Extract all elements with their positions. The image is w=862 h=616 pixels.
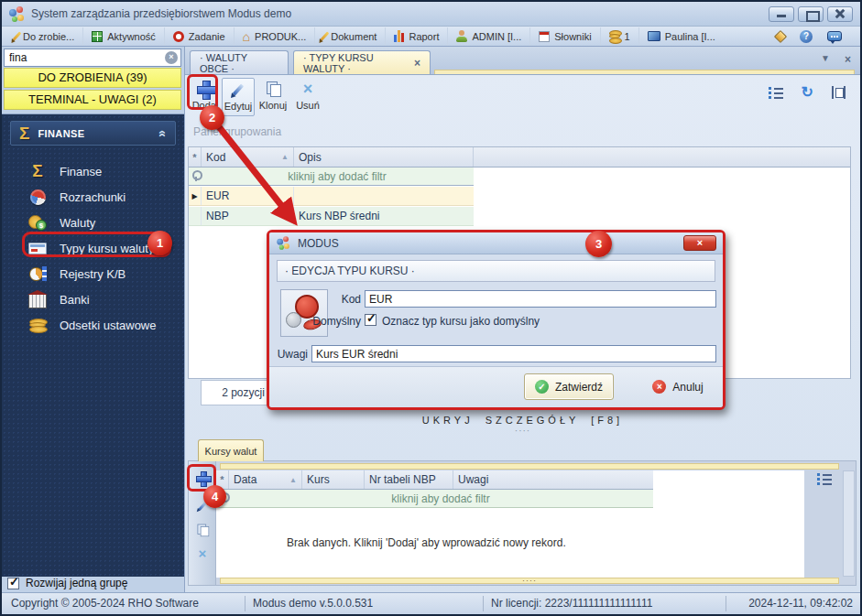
- close-button[interactable]: [827, 6, 853, 22]
- dialog-close-button[interactable]: ×: [683, 235, 716, 251]
- expand-one-group-checkbox[interactable]: ✓ Rozwijaj jedną grupę: [7, 577, 127, 589]
- detail-clone-button[interactable]: [191, 519, 213, 541]
- sidebar-item-odsetki[interactable]: Odsetki ustawowe: [2, 312, 184, 338]
- column-chooser-icon[interactable]: [769, 86, 783, 99]
- hide-details-splitter[interactable]: UKRYJ SZCZEGÓŁY [F8]: [185, 415, 860, 426]
- todo-button[interactable]: DO ZROBIENIA (39): [4, 68, 181, 88]
- cell-opis[interactable]: Kurs NBP średni: [294, 207, 474, 225]
- activity-icon: [92, 31, 103, 42]
- splitter-grip-dots[interactable]: ····: [185, 427, 860, 435]
- dialog-title: MODUS: [298, 237, 339, 250]
- column-header-opis[interactable]: Opis: [294, 147, 474, 167]
- filter-hint[interactable]: kliknij aby dodać filtr: [228, 492, 653, 505]
- sidebar: × DO ZROBIENIA (39) TERMINAL - UWAGI (2)…: [2, 47, 185, 592]
- tab-list-chevron-icon[interactable]: ▼: [821, 53, 830, 66]
- menu-item-aktywnosc[interactable]: Aktywność: [83, 27, 165, 46]
- menu-item-database[interactable]: 1: [601, 27, 639, 46]
- menu-item-produkcja[interactable]: ⌂PRODUK...: [235, 27, 316, 46]
- nav-group-finanse[interactable]: Σ FINANSE «: [10, 121, 176, 146]
- clone-pages-icon: [267, 81, 280, 96]
- tabstrip-close-icon[interactable]: ×: [845, 53, 851, 66]
- cancel-x-icon: ×: [652, 380, 666, 394]
- sidebar-item-rozrachunki[interactable]: Rozrachunki: [2, 184, 184, 210]
- terminal-button[interactable]: TERMINAL - UWAGI (2): [4, 90, 181, 110]
- detail-top-scroll-strip[interactable]: [220, 463, 839, 470]
- tab-kursy-walut[interactable]: Kursy walut: [198, 439, 264, 461]
- dialog-header-caption: · EDYCJA TYPU KURSU ·: [277, 260, 715, 282]
- column-chooser-icon[interactable]: [817, 472, 832, 485]
- edit-button[interactable]: Edytuj: [222, 78, 255, 116]
- delete-button[interactable]: ×Usuń: [291, 78, 324, 116]
- menu-item-do-zrobienia[interactable]: Do zrobie...: [7, 27, 83, 46]
- detail-panel: × * Data▲ Kurs Nr tabeli NBP Uwagi klikn…: [188, 460, 857, 586]
- help-icon[interactable]: ?: [800, 30, 813, 43]
- menu-item-paulina[interactable]: Paulina [I...: [639, 27, 724, 46]
- column-header-uwagi[interactable]: Uwagi: [453, 470, 653, 489]
- dialog-footer: ✓Zatwierdź ×Anuluj: [269, 366, 723, 407]
- minimize-button[interactable]: [769, 6, 794, 22]
- indicator-column-header[interactable]: *: [189, 147, 202, 167]
- column-header-kod[interactable]: Kod▲: [202, 147, 294, 167]
- maximize-button[interactable]: [798, 6, 824, 22]
- menu-item-slowniki[interactable]: Słowniki: [530, 27, 600, 46]
- cancel-button[interactable]: ×Anuluj: [638, 373, 718, 400]
- modus-logo-icon: [277, 236, 289, 249]
- pie-icon: [30, 189, 46, 205]
- sidebar-item-finanse[interactable]: ΣFinanse: [2, 158, 184, 184]
- cell-opis[interactable]: [294, 187, 474, 205]
- chat-icon[interactable]: [827, 31, 842, 41]
- menu-label: Zadanie: [189, 31, 225, 42]
- menu-item-zadanie[interactable]: Zadanie: [165, 27, 235, 46]
- currency-coins-icon: [280, 289, 328, 337]
- sidebar-item-rejestry-kb[interactable]: Rejestry K/B: [2, 261, 184, 286]
- sidebar-item-banki[interactable]: Banki: [2, 286, 184, 312]
- menu-item-dokument[interactable]: Dokument: [315, 27, 386, 46]
- tab-close-icon[interactable]: ×: [414, 59, 420, 68]
- search-clear-icon[interactable]: ×: [165, 51, 178, 64]
- cell-kod[interactable]: EUR: [202, 187, 294, 205]
- sidebar-item-label: Rejestry K/B: [60, 267, 125, 281]
- theme-bucket-icon[interactable]: [774, 29, 787, 42]
- title-bar: System zarządzania przedsiębiorstwem Mod…: [2, 2, 860, 27]
- kod-input[interactable]: [365, 290, 716, 308]
- menu-label: Raport: [409, 31, 439, 42]
- grid-header-row: * Data▲ Kurs Nr tabeli NBP Uwagi: [216, 470, 653, 490]
- detail-bottom-scroll-strip[interactable]: ····: [220, 578, 839, 584]
- confirm-button[interactable]: ✓Zatwierdź: [524, 373, 614, 400]
- top-toolbar: Do zrobie... Aktywność Zadanie ⌂PRODUK..…: [2, 27, 860, 47]
- best-fit-columns-icon[interactable]: [832, 86, 846, 99]
- sigma-icon: Σ: [32, 161, 42, 181]
- collapse-chevrons-icon[interactable]: «: [156, 130, 170, 137]
- search-input[interactable]: [4, 49, 181, 67]
- cell-kod[interactable]: NBP: [202, 207, 294, 225]
- task-icon: [173, 31, 184, 42]
- annotation-step-2: 2: [200, 105, 224, 130]
- default-checkbox-checked[interactable]: ✓: [365, 314, 376, 326]
- uwagi-input[interactable]: [311, 345, 716, 362]
- vertical-scrollbar[interactable]: [843, 470, 855, 577]
- table-row[interactable]: NBP Kurs NBP średni: [189, 207, 474, 226]
- auto-filter-row[interactable]: kliknij aby dodać filtr: [189, 168, 474, 186]
- column-header-nr-tabeli[interactable]: Nr tabeli NBP: [365, 470, 453, 489]
- menu-label: PRODUK...: [255, 31, 306, 42]
- filter-hint[interactable]: kliknij aby dodać filtr: [201, 170, 474, 183]
- detail-delete-button[interactable]: ×: [191, 543, 213, 565]
- checkbox-checked-icon[interactable]: ✓: [7, 578, 19, 589]
- filter-icon: [191, 170, 201, 182]
- column-header-kurs[interactable]: Kurs: [302, 470, 365, 489]
- tab-typy-kursu-waluty[interactable]: · TYPY KURSU WALUTY · ×: [293, 50, 431, 74]
- auto-filter-row[interactable]: kliknij aby dodać filtr: [216, 490, 653, 508]
- check-icon: ✓: [535, 380, 549, 394]
- default-checkbox-text[interactable]: Oznacz typ kursu jako domyślny: [382, 315, 540, 328]
- refresh-icon[interactable]: ↻: [802, 86, 813, 99]
- clone-button[interactable]: Klonuj: [256, 78, 289, 116]
- menu-item-raport[interactable]: Raport: [386, 27, 448, 46]
- nav-group-label: FINANSE: [38, 128, 84, 139]
- sidebar-item-label: Finanse: [60, 165, 102, 178]
- table-row[interactable]: ▶ EUR: [189, 187, 474, 206]
- column-header-data[interactable]: Data▲: [229, 470, 302, 489]
- tab-waluty-obce[interactable]: · WALUTY OBCE ·: [190, 50, 289, 74]
- menu-item-admin[interactable]: ADMIN [I...: [448, 27, 530, 46]
- version-text: Modus demo v.5.0.0.531: [253, 597, 373, 610]
- copyright-text: Copyright © 2005-2024 RHO Software: [11, 597, 199, 610]
